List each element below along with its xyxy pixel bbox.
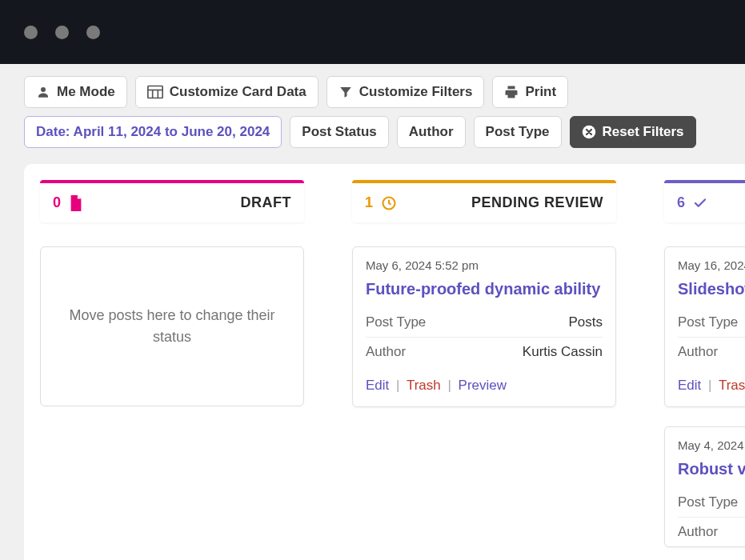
pending-count: 1 [365,194,373,211]
post-type-filter-button[interactable]: Post Type [474,116,562,148]
separator: | [396,378,399,393]
draft-count: 0 [53,194,61,211]
reset-filters-button[interactable]: Reset Filters [570,116,696,148]
card-actions: Edit | Trash [665,366,745,406]
column-header-scheduled: 6 [664,180,745,222]
trash-link[interactable]: Trash [407,378,441,393]
card-row-post-type: Post Type Posts [366,308,603,338]
post-card[interactable]: May 4, 2024 Robust va Post Type Author [664,426,745,547]
check-icon [693,196,707,210]
window-header [0,0,745,64]
me-mode-button[interactable]: Me Mode [24,76,127,108]
table-icon [147,85,163,99]
card-actions: Edit | Trash | Preview [353,366,615,406]
me-mode-label: Me Mode [57,84,115,100]
toolbar: Me Mode Customize Card Data Customize Fi… [0,64,745,156]
card-title[interactable]: Robust va [678,460,745,478]
svg-rect-1 [148,86,162,98]
preview-link[interactable]: Preview [459,378,507,393]
card-row-author: Author [678,338,745,366]
post-status-filter-button[interactable]: Post Status [290,116,389,148]
card-date: May 16, 2024 [678,258,745,272]
date-filter-button[interactable]: Date: April 11, 2024 to June 20, 2024 [24,116,282,148]
post-card[interactable]: May 16, 2024 Slideshow Post Type Author … [664,246,745,407]
document-icon [69,195,83,211]
post-card[interactable]: May 6, 2024 5:52 pm Future-proofed dynam… [352,246,616,407]
date-filter-label: Date: April 11, 2024 to June 20, 2024 [36,124,270,140]
customize-filters-button[interactable]: Customize Filters [326,76,485,108]
edit-link[interactable]: Edit [678,378,701,393]
card-row-author: Author Kurtis Cassin [366,338,603,366]
separator: | [447,378,451,393]
post-type-value: Posts [568,314,603,330]
column-header-pending: 1 PENDING REVIEW [352,180,616,222]
user-icon [36,85,50,99]
post-type-label: Post Type [678,314,738,330]
reset-filters-label: Reset Filters [603,124,684,140]
author-label: Author [678,344,718,360]
author-value: Kurtis Cassin [523,344,603,360]
print-button[interactable]: Print [492,76,568,108]
edit-link[interactable]: Edit [366,378,389,393]
column-header-draft: 0 DRAFT [40,180,304,222]
print-label: Print [525,84,556,100]
post-type-label: Post Type [486,124,550,140]
placeholder-text: Move posts here to change their status [57,305,287,348]
card-date: May 6, 2024 5:52 pm [366,258,603,272]
post-status-label: Post Status [302,124,377,140]
draft-drop-placeholder[interactable]: Move posts here to change their status [40,246,304,406]
column-draft: 0 DRAFT Move posts here to change their … [40,180,304,560]
trash-link[interactable]: Trash [719,378,745,393]
traffic-light-maximize[interactable] [86,26,100,39]
filter-icon [338,85,353,99]
separator: | [708,378,711,393]
draft-title: DRAFT [241,194,292,211]
print-icon [504,85,519,99]
author-filter-button[interactable]: Author [397,116,466,148]
card-row-post-type: Post Type [678,488,745,518]
customize-card-button[interactable]: Customize Card Data [135,76,318,108]
traffic-light-close[interactable] [24,26,38,39]
board-container: 0 DRAFT Move posts here to change their … [24,164,745,560]
close-circle-icon [582,125,596,139]
customize-card-label: Customize Card Data [170,84,306,100]
traffic-light-minimize[interactable] [55,26,69,39]
author-label: Author [366,344,406,360]
svg-point-0 [41,87,46,92]
card-title[interactable]: Slideshow [678,280,745,298]
author-label: Author [678,524,718,540]
pending-title: PENDING REVIEW [471,194,603,211]
column-scheduled: 6 May 16, 2024 Slideshow Post Type Autho… [664,180,745,560]
scheduled-count: 6 [677,194,685,211]
author-filter-label: Author [409,124,454,140]
column-pending: 1 PENDING REVIEW May 6, 2024 5:52 pm Fut… [352,180,616,560]
kanban-board: 0 DRAFT Move posts here to change their … [40,180,745,560]
clock-icon [381,195,397,211]
card-row-post-type: Post Type [678,308,745,338]
card-title[interactable]: Future-proofed dynamic ability [366,280,603,298]
customize-filters-label: Customize Filters [359,84,473,100]
post-type-label: Post Type [678,494,738,510]
card-row-author: Author [678,518,745,546]
card-date: May 4, 2024 [678,438,745,452]
post-type-label: Post Type [366,314,426,330]
